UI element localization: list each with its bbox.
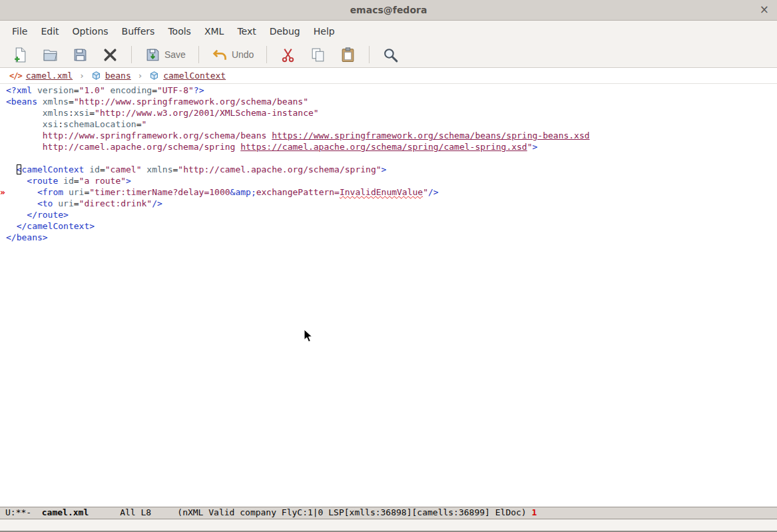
paste-button[interactable] xyxy=(334,44,362,66)
code-token xyxy=(37,97,43,107)
code-line-5[interactable]: http://www.springframework.org/schema/be… xyxy=(6,130,590,141)
code-token: " xyxy=(142,119,147,129)
code-token: <?xml xyxy=(6,85,32,95)
code-line-13[interactable]: </camelContext> xyxy=(6,220,590,232)
toolbar-separator xyxy=(369,46,370,63)
code-token: ?> xyxy=(194,85,204,95)
menu-bar: FileEditOptionsBuffersToolsXMLTextDebugH… xyxy=(0,21,777,42)
title-bar[interactable]: emacs@fedora × xyxy=(0,0,777,21)
code-token: schemaLocation xyxy=(63,119,136,129)
code-line-9[interactable]: <route id="a route"> xyxy=(6,175,590,186)
code-token: xmlns xyxy=(146,164,172,174)
code-line-12[interactable]: </route> xyxy=(6,209,590,220)
close-buffer-button[interactable] xyxy=(96,44,125,66)
code-token: : xyxy=(69,108,74,118)
cut-scissors-icon xyxy=(280,47,296,63)
new-file-button[interactable] xyxy=(6,44,35,66)
code-token: : xyxy=(58,119,63,129)
copy-button[interactable] xyxy=(304,44,332,66)
code-token: = xyxy=(89,108,95,118)
code-token: "timer:timerName?delay=1000 xyxy=(89,187,230,197)
code-token: id xyxy=(63,176,74,186)
code-token: "UTF-8" xyxy=(157,85,194,95)
code-line-6[interactable]: http://camel.apache.org/schema/spring ht… xyxy=(6,141,590,152)
mode-line: U:**- camel.xml All L8 (nXML Valid compa… xyxy=(0,507,777,519)
save-disk-icon xyxy=(72,47,89,63)
breadcrumb-camelContext[interactable]: camelContext xyxy=(163,71,226,81)
menu-item-help[interactable]: Help xyxy=(307,22,342,41)
undo-button[interactable]: Undo xyxy=(206,44,260,66)
code-token: = xyxy=(152,85,157,95)
code-token: xsi xyxy=(43,119,58,129)
code-token: <route xyxy=(27,176,58,186)
paste-clipboard-icon xyxy=(340,47,356,63)
code-token: </beans> xyxy=(6,232,48,242)
undo-button-label: Undo xyxy=(232,49,254,60)
menu-item-file[interactable]: File xyxy=(5,22,34,41)
breadcrumb-separator: › xyxy=(74,71,89,81)
code-token: </camelContext> xyxy=(17,221,95,231)
code-token: encoding xyxy=(111,85,152,95)
code-token: xmlns xyxy=(43,108,69,118)
open-file-button[interactable] xyxy=(36,44,65,66)
code-token: "http://www.w3.org/2001/XMLSchema-instan… xyxy=(95,108,319,118)
code-line-1[interactable]: <?xml version="1.0" encoding="UTF-8"?> xyxy=(6,85,590,96)
code-line-11[interactable]: <to uri="direct:drink"/> xyxy=(6,198,590,209)
code-line-14[interactable]: </beans> xyxy=(6,232,590,243)
emacs-window: emacs@fedora × FileEditOptionsBuffersToo… xyxy=(0,0,777,532)
buffer-text[interactable]: <?xml version="1.0" encoding="UTF-8"?><b… xyxy=(6,84,590,507)
menu-item-xml[interactable]: XML xyxy=(198,22,230,41)
modeline-segment-0: U:**- xyxy=(5,507,42,517)
code-token: = xyxy=(69,97,74,107)
code-token: > xyxy=(533,142,538,152)
code-line-8[interactable]: <camelContext id="camel" xmlns="http://c… xyxy=(6,164,590,175)
code-token: " xyxy=(527,142,533,152)
code-token: > xyxy=(126,176,131,186)
code-token: xsi xyxy=(74,108,89,118)
editor-buffer[interactable]: » <?xml version="1.0" encoding="UTF-8"?>… xyxy=(0,84,777,507)
save-button[interactable]: Save xyxy=(138,44,192,66)
code-line-2[interactable]: <beans xmlns="http://www.springframework… xyxy=(6,96,590,107)
code-line-10[interactable]: <from uri="timer:timerName?delay=1000&am… xyxy=(6,186,590,198)
breadcrumb-beans[interactable]: beans xyxy=(105,71,131,81)
code-token: = xyxy=(74,198,79,208)
code-token: id xyxy=(89,164,100,174)
code-line-3[interactable]: xmlns:xsi="http://www.w3.org/2001/XMLSch… xyxy=(6,107,590,119)
menu-item-edit[interactable]: Edit xyxy=(34,22,65,41)
toolbar: SaveUndo xyxy=(0,42,777,68)
search-button[interactable] xyxy=(376,44,405,66)
menu-item-text[interactable]: Text xyxy=(230,22,262,41)
code-token: /> xyxy=(428,187,439,197)
breadcrumb-file[interactable]: camel.xml xyxy=(26,71,73,81)
code-line-4[interactable]: xsi:schemaLocation=" xyxy=(6,119,590,130)
close-button[interactable]: × xyxy=(760,3,769,16)
code-token: http://camel.apache.org/schema/spring xyxy=(43,142,240,152)
code-token xyxy=(6,198,37,208)
code-token: </route> xyxy=(27,210,69,220)
code-line-7[interactable] xyxy=(6,152,590,164)
copy-pages-icon xyxy=(310,47,326,63)
code-token xyxy=(6,187,37,197)
cut-button[interactable] xyxy=(274,44,302,66)
code-token: = xyxy=(74,85,79,95)
menu-item-buffers[interactable]: Buffers xyxy=(115,22,162,41)
code-token xyxy=(58,176,63,186)
code-token xyxy=(6,108,43,118)
code-token xyxy=(105,85,111,95)
menu-item-tools[interactable]: Tools xyxy=(161,22,198,41)
search-magnifier-icon xyxy=(382,47,399,63)
left-fringe: » xyxy=(0,84,6,507)
menu-item-options[interactable]: Options xyxy=(66,22,115,41)
toolbar-separator xyxy=(131,46,132,63)
code-token: uri xyxy=(58,198,73,208)
menu-item-debug[interactable]: Debug xyxy=(263,22,307,41)
code-token xyxy=(6,176,27,186)
save-disk-button[interactable] xyxy=(66,44,95,66)
code-token xyxy=(6,210,27,220)
code-token: InvalidEnumValue xyxy=(340,187,423,197)
toolbar-separator xyxy=(198,46,199,63)
new-file-icon xyxy=(12,47,29,63)
toolbar-separator xyxy=(266,46,267,63)
modeline-segment-1: camel.xml xyxy=(42,507,89,517)
code-tag-icon: </> xyxy=(9,71,22,81)
